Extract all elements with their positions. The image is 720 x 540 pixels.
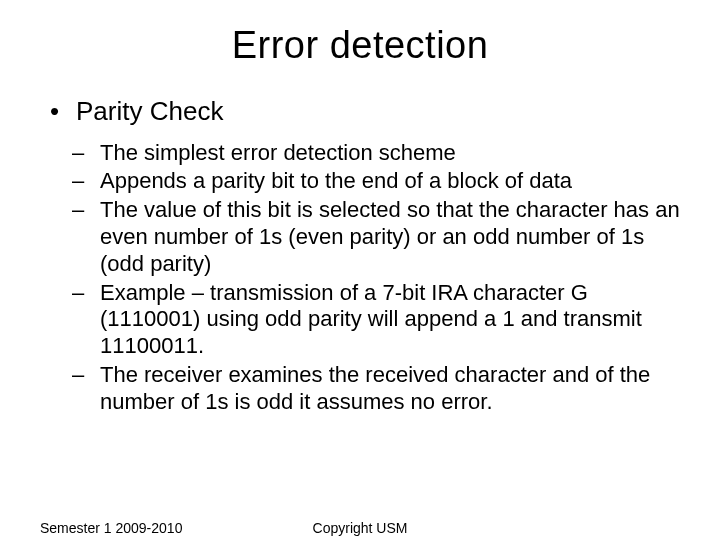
slide-footer: Semester 1 2009-2010 Copyright USM bbox=[0, 520, 720, 536]
bullet-l2-item: The receiver examines the received chara… bbox=[72, 362, 680, 416]
bullet-l2-item: Example – transmission of a 7-bit IRA ch… bbox=[72, 280, 680, 360]
footer-left-text: Semester 1 2009-2010 bbox=[40, 520, 182, 536]
bullet-list-level2: The simplest error detection scheme Appe… bbox=[40, 140, 680, 416]
slide-body: Parity Check The simplest error detectio… bbox=[0, 95, 720, 416]
bullet-l2-item: The simplest error detection scheme bbox=[72, 140, 680, 167]
bullet-l2-item: The value of this bit is selected so tha… bbox=[72, 197, 680, 277]
slide: Error detection Parity Check The simples… bbox=[0, 24, 720, 540]
bullet-l1-parity-check: Parity Check bbox=[50, 95, 680, 128]
slide-title: Error detection bbox=[0, 24, 720, 67]
bullet-l2-item: Appends a parity bit to the end of a blo… bbox=[72, 168, 680, 195]
bullet-list-level1: Parity Check bbox=[40, 95, 680, 128]
